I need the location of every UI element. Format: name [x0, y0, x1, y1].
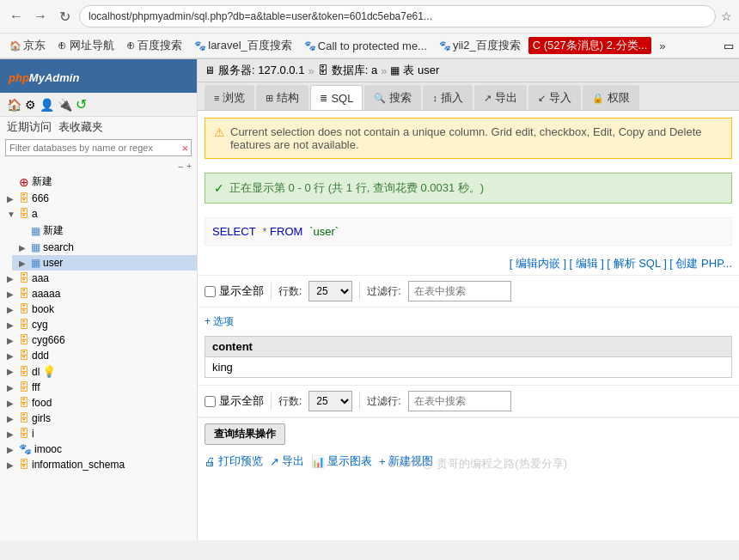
tab-label: 搜索 — [389, 90, 412, 106]
show-all-checkbox-2[interactable] — [205, 396, 216, 407]
edit-link[interactable]: [ 编辑 ] — [570, 257, 604, 270]
tab-sql[interactable]: ≣ SQL — [310, 85, 363, 110]
tree-db-666[interactable]: ▶ 🗄 666 — [0, 191, 197, 206]
sidebar-icons: 🏠 ⚙ 👤 🔌 ↺ — [0, 93, 197, 117]
filter-search-input-2[interactable] — [408, 391, 511, 411]
show-all-label-2: 显示全部 — [205, 393, 264, 409]
filter-clear-button[interactable]: × — [181, 142, 188, 155]
tree-db-girls[interactable]: ▶ 🗄 girls — [0, 411, 197, 426]
star-icon[interactable]: ☆ — [721, 9, 732, 23]
tree-new-table[interactable]: ▦ 新建 — [12, 222, 197, 240]
export-link[interactable]: ↗ 导出 — [270, 453, 304, 469]
parse-sql-link[interactable]: [ 解析 SQL ] — [607, 257, 667, 270]
home-icon[interactable]: 🏠 — [7, 98, 21, 112]
address-bar[interactable] — [79, 5, 716, 27]
tabs-bar: ≡ 浏览 ⊞ 结构 ≣ SQL 🔍 搜索 ↕ 插入 ↗ 导出 — [198, 82, 739, 111]
tree-db-i[interactable]: ▶ 🗄 i — [0, 426, 197, 441]
bookmark-laravel[interactable]: 🐾 laravel_百度搜索 — [190, 36, 296, 55]
options-link[interactable]: + 选项 — [205, 315, 234, 327]
edit-inline-link[interactable]: [ 编辑内嵌 ] — [510, 257, 566, 270]
user-icon[interactable]: 👤 — [40, 98, 54, 112]
result-ops-button[interactable]: 查询结果操作 — [205, 423, 285, 445]
collapse-all-button[interactable]: – — [179, 161, 184, 171]
export-icon: ↗ — [484, 93, 492, 104]
warning-icon: ⚠ — [214, 125, 225, 139]
tree-table-search[interactable]: ▶ ▦ search — [12, 240, 197, 255]
table-icon: ▦ — [390, 64, 400, 76]
rows-select[interactable]: 25 50 100 — [308, 281, 352, 301]
tab-import[interactable]: ↙ 导入 — [528, 85, 581, 110]
edit-links: [ 编辑内嵌 ] [ 编辑 ] [ 解析 SQL ] [ 创建 PHP... — [198, 253, 739, 275]
tab-insert[interactable]: ↕ 插入 — [423, 85, 473, 110]
tab-privileges[interactable]: 🔒 权限 — [583, 85, 639, 110]
extension-icon: ▭ — [724, 40, 734, 52]
bookmark-csdn[interactable]: C (527条消息) 2.分类... — [528, 37, 652, 54]
tree-new-db[interactable]: ⊕ 新建 — [0, 173, 197, 191]
tree-db-ddd[interactable]: ▶ 🗄 ddd — [0, 348, 197, 363]
tree-db-imooc[interactable]: ▶ 🐾 imooc — [0, 441, 197, 457]
show-all-label: 显示全部 — [205, 283, 264, 299]
filter-input[interactable] — [5, 139, 192, 156]
bookmark-call[interactable]: 🐾 Call to protected me... — [300, 38, 431, 54]
bookmark-more[interactable]: » — [655, 38, 669, 54]
filter-search-input[interactable] — [408, 281, 511, 301]
bookmark-yii2[interactable]: 🐾 yii2_百度搜索 — [435, 36, 525, 55]
tree-table-user[interactable]: ▶ ▦ user — [12, 255, 197, 271]
filter-label-2: 过滤行: — [367, 394, 400, 409]
expand-all-button[interactable]: + — [186, 161, 192, 171]
bookmark-nav[interactable]: ⊕ 网址导航 — [53, 36, 119, 55]
new-view-icon: + — [379, 455, 386, 468]
db-label: i — [32, 428, 34, 440]
print-preview-label: 打印预览 — [218, 453, 263, 469]
divider — [271, 283, 272, 300]
db-label: aaaaa — [32, 288, 60, 300]
new-icon: ⊕ — [19, 175, 29, 189]
tree-db-food[interactable]: ▶ 🗄 food — [0, 395, 197, 411]
tab-browse[interactable]: ≡ 浏览 — [205, 85, 254, 110]
tree-db-cyg[interactable]: ▶ 🗄 cyg — [0, 317, 197, 332]
table-label: search — [43, 241, 74, 253]
show-all-text-2: 显示全部 — [219, 393, 264, 409]
tree-db-aaaaa[interactable]: ▶ 🗄 aaaaa — [0, 286, 197, 301]
tree-db-aaa[interactable]: ▶ 🗄 aaa — [0, 271, 197, 286]
tab-export[interactable]: ↗ 导出 — [474, 85, 527, 110]
tree-db-a[interactable]: ▼ 🗄 a — [0, 206, 197, 222]
bookmark-baidu[interactable]: ⊕ 百度搜索 — [122, 36, 187, 55]
logo: phpMyAdmin — [0, 59, 197, 93]
privileges-icon: 🔒 — [592, 93, 604, 104]
tree-db-information-schema[interactable]: ▶ 🗄 information_schema — [0, 457, 197, 472]
reload-button[interactable]: ↻ — [55, 7, 74, 26]
bookmark-jd[interactable]: 🏠 京东 — [5, 36, 50, 55]
db-label: dl — [32, 366, 40, 378]
toggle-icon: ▶ — [7, 429, 19, 439]
db-icon: 🗄 — [19, 303, 29, 315]
sql-keyword-select: SELECT — [212, 225, 256, 238]
new-label: 新建 — [32, 174, 52, 189]
settings-icon[interactable]: ⚙ — [25, 98, 36, 112]
exit-icon[interactable]: 🔌 — [58, 98, 72, 112]
tree-db-dl[interactable]: ▶ 🗄 dl 💡 — [0, 363, 197, 380]
new-view-link[interactable]: + 新建视图 — [379, 453, 433, 469]
tab-search[interactable]: 🔍 搜索 — [364, 85, 421, 110]
show-all-checkbox[interactable] — [205, 286, 216, 297]
tree-db-book[interactable]: ▶ 🗄 book — [0, 301, 197, 317]
display-chart-link[interactable]: 📊 显示图表 — [311, 453, 372, 469]
tab-label: 插入 — [441, 90, 463, 106]
insert-icon: ↕ — [432, 93, 437, 103]
tree-db-cyg666[interactable]: ▶ 🗄 cyg666 — [0, 332, 197, 348]
print-preview-link[interactable]: 🖨 打印预览 — [205, 453, 263, 469]
db-label: girls — [32, 412, 51, 424]
db-label: ddd — [32, 350, 49, 362]
rows-select-2[interactable]: 25 50 100 — [308, 391, 352, 411]
bookmark-label: ⊕ 百度搜索 — [126, 38, 183, 53]
rows-label-2: 行数: — [278, 394, 302, 409]
success-icon: ✓ — [214, 181, 224, 195]
refresh-icon[interactable]: ↺ — [76, 96, 87, 113]
back-button[interactable]: ← — [7, 7, 26, 26]
forward-button[interactable]: → — [31, 7, 50, 26]
content-area: 🖥 服务器: 127.0.0.1 » 🗄 数据库: a » ▦ 表 user ≡… — [198, 59, 739, 540]
tab-structure[interactable]: ⊞ 结构 — [256, 85, 308, 110]
create-php-link[interactable]: [ 创建 PHP... — [669, 257, 732, 270]
tab-label: SQL — [331, 92, 353, 105]
tree-db-fff[interactable]: ▶ 🗄 fff — [0, 380, 197, 395]
